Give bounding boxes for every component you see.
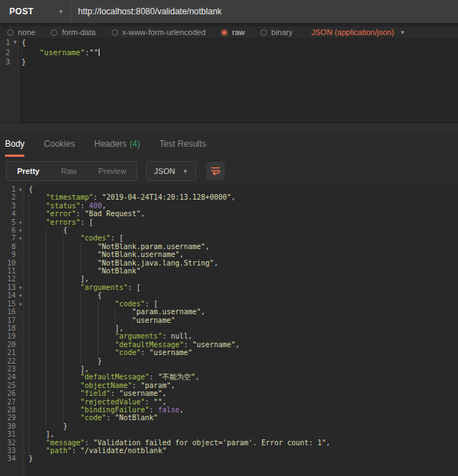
code-line: 25 "objectName": "param", [0, 382, 458, 389]
fold-arrow-icon[interactable]: ▼ [17, 283, 24, 291]
code-text: ], [24, 324, 123, 332]
body-type-binary[interactable]: binary [260, 28, 293, 37]
line-number: 33 [0, 447, 17, 455]
body-type-label: none [18, 28, 35, 37]
radio-icon [51, 29, 57, 36]
fold-arrow-icon[interactable]: ▼ [17, 226, 24, 234]
code-line: 23 ], [0, 365, 458, 373]
tab-cookies[interactable]: Cookies [44, 131, 74, 157]
code-line: 28 "bindingFailure": false, [0, 406, 458, 414]
body-type-form-data[interactable]: form-data [51, 28, 95, 37]
fold-arrow-icon[interactable]: ▼ [11, 38, 19, 48]
fold-gutter [17, 406, 24, 414]
code-text: "bindingFailure": false, [24, 406, 184, 414]
token: : [132, 382, 141, 389]
fold-arrow-icon[interactable]: ▼ [17, 185, 24, 193]
token: : [162, 332, 171, 340]
indent-guides [21, 48, 39, 58]
indent-guides [29, 349, 114, 356]
token: } [63, 422, 67, 430]
fold-gutter [17, 193, 24, 201]
token: , [162, 389, 167, 397]
token: } [97, 357, 102, 365]
token: , [214, 259, 218, 267]
code-text: { [19, 38, 26, 48]
token: [ [89, 218, 93, 226]
body-type-raw[interactable]: raw [221, 28, 245, 37]
token: : [93, 193, 102, 201]
code-text: "arguments": [ [24, 283, 141, 291]
token: { [29, 185, 33, 193]
tab-test-results[interactable]: Test Results [160, 131, 206, 157]
indent-guides [29, 210, 46, 218]
response-format-select[interactable]: JSON ▼ [146, 161, 195, 181]
fold-gutter [17, 414, 24, 422]
code-text: "NotBlank.username", [24, 251, 184, 258]
line-number: 27 [0, 398, 17, 406]
body-type-x-www-form-urlencoded[interactable]: x-www-form-urlencoded [112, 28, 206, 37]
view-raw-button[interactable]: Raw [50, 162, 87, 180]
radio-icon [260, 29, 267, 36]
line-number: 3 [0, 57, 11, 67]
fold-arrow-icon[interactable]: ▼ [17, 218, 24, 226]
indent-guides [29, 439, 46, 447]
request-body-editor[interactable]: 1▼{2 "username":""3} [0, 38, 458, 122]
url-input[interactable]: http://localhost:8080/validate/notblank [72, 0, 458, 23]
code-line: 3 "status": 400, [0, 202, 458, 210]
token: "username" [119, 389, 162, 397]
tab-label: Cookies [44, 139, 74, 149]
token: "param" [141, 382, 171, 389]
token: "NotBlank" [114, 414, 157, 422]
token: "errors" [46, 218, 80, 226]
indent-guides [29, 414, 80, 422]
fold-arrow-icon[interactable]: ▼ [17, 234, 24, 242]
fold-gutter [17, 349, 24, 356]
code-line: 14▼ { [0, 291, 458, 299]
token: [ [137, 283, 141, 291]
line-number: 15 [0, 300, 17, 308]
line-number: 2 [0, 193, 17, 201]
tab-headers[interactable]: Headers(4) [94, 131, 140, 157]
wrap-text-button[interactable] [206, 162, 225, 180]
line-number: 34 [0, 455, 17, 462]
fold-arrow-icon[interactable]: ▼ [17, 300, 24, 308]
token: "bindingFailure" [80, 406, 149, 414]
code-line: 7▼ "codes": [ [0, 234, 458, 242]
view-pretty-button[interactable]: Pretty [6, 162, 50, 180]
code-line: 11 "NotBlank" [0, 267, 458, 275]
code-line: 34} [0, 455, 458, 462]
indent-guides [29, 275, 80, 283]
indent-guides [29, 300, 114, 308]
view-mode-group: PrettyRawPreview [6, 161, 137, 181]
code-text: "defaultMessage": "不能为空", [24, 373, 200, 381]
token: "codes" [80, 234, 110, 242]
code-line: 33 "path": "/validate/notblank" [0, 447, 458, 455]
gutter-filler [0, 463, 24, 476]
fold-gutter [17, 267, 24, 275]
indent-guides [29, 283, 80, 291]
tab-body[interactable]: Body [5, 131, 24, 157]
method-select[interactable]: POST ▼ [0, 0, 72, 23]
body-type-none[interactable]: none [7, 28, 35, 37]
radio-icon [221, 29, 228, 36]
code-text: } [24, 422, 67, 430]
fold-gutter [17, 308, 24, 316]
code-text: ], [24, 275, 89, 283]
content-type-select[interactable]: JSON (application/json) ▼ [311, 28, 405, 37]
token: "不能为空" [158, 373, 195, 381]
indent-guides [29, 382, 80, 389]
token: , [235, 341, 240, 349]
fold-gutter [11, 57, 19, 67]
indent-guides [29, 357, 97, 365]
response-body-viewer[interactable]: 1▼{2 "timestamp": "2019-04-24T14:20:13.1… [0, 185, 458, 476]
token: : [106, 414, 114, 422]
view-preview-button[interactable]: Preview [87, 162, 137, 180]
line-number: 8 [0, 243, 17, 251]
code-text: "NotBlank.java.lang.String", [24, 259, 218, 267]
token: , [141, 210, 145, 218]
code-line: 20 "defaultMessage": "username", [0, 341, 458, 349]
chevron-down-icon: ▼ [400, 29, 406, 36]
fold-arrow-icon[interactable]: ▼ [17, 291, 24, 299]
line-number: 14 [0, 291, 17, 299]
tab-label: Body [5, 139, 24, 149]
